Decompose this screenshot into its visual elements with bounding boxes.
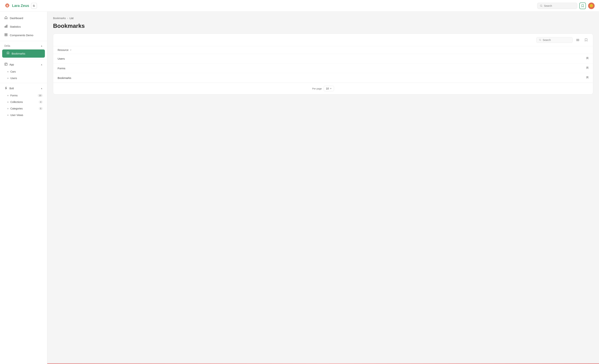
- sub-dot-users: [7, 78, 9, 79]
- svg-rect-14: [5, 63, 7, 65]
- sidebar-item-users[interactable]: Users: [0, 75, 47, 81]
- forms-badge: 10: [38, 94, 43, 97]
- pagination-row: Per page 10: [53, 83, 593, 94]
- app-section-header[interactable]: App ▲: [0, 61, 47, 68]
- home-icon: [4, 16, 8, 20]
- columns-icon: [576, 38, 579, 42]
- sidebar-divider-3: [0, 83, 47, 83]
- svg-rect-9: [7, 25, 7, 27]
- column-resource[interactable]: Resource: [58, 49, 589, 52]
- chevron-down-icon: [330, 88, 332, 89]
- svg-rect-8: [6, 26, 6, 27]
- sidebar-item-components-demo[interactable]: Components Demo: [0, 31, 47, 39]
- svg-rect-16: [6, 63, 7, 64]
- row-label-users: Users: [58, 57, 586, 60]
- sidebar-label-forms: Forms: [10, 94, 18, 97]
- sidebar-label-categories: Categories: [10, 107, 23, 110]
- delia-section-title: Delia: [4, 44, 10, 47]
- card-search-icon: [539, 39, 541, 41]
- user-avatar[interactable]: 🙂: [588, 2, 595, 9]
- delia-section-header[interactable]: Delia ▲: [0, 43, 47, 49]
- chevron-app-icon: ▲: [41, 63, 43, 66]
- sidebar-label-dashboard: Dashboard: [10, 17, 23, 20]
- grid-icon: [4, 33, 8, 37]
- collapse-icon: [33, 5, 35, 7]
- bolt-section-header[interactable]: Bolt ▲: [0, 85, 47, 92]
- per-page-value: 10: [326, 87, 329, 90]
- svg-rect-11: [6, 34, 7, 35]
- sidebar-label-bookmarks: Bookmarks: [12, 52, 25, 55]
- table-row: Users: [53, 54, 593, 63]
- sidebar-label-collections: Collections: [10, 101, 23, 103]
- page-title: Bookmarks: [53, 23, 593, 29]
- sidebar-item-cars[interactable]: Cars: [0, 68, 47, 75]
- svg-rect-15: [5, 63, 6, 64]
- global-search-input[interactable]: [544, 4, 574, 7]
- svg-rect-21: [577, 39, 578, 41]
- sidebar-label-cars: Cars: [10, 70, 16, 73]
- sidebar-item-statistics[interactable]: Statistics: [0, 22, 47, 31]
- sidebar-label-components: Components Demo: [10, 34, 33, 37]
- column-resource-label: Resource: [58, 49, 69, 52]
- sidebar-item-dashboard[interactable]: Dashboard: [0, 14, 47, 22]
- breadcrumb-parent[interactable]: Bookmarks: [53, 17, 66, 20]
- svg-rect-22: [578, 39, 579, 41]
- card-search-box[interactable]: [536, 37, 573, 43]
- sub-dot-categories: [7, 108, 9, 109]
- svg-line-6: [542, 6, 542, 7]
- bookmark-nav-icon: [581, 4, 584, 8]
- sidebar-item-categories[interactable]: Categories 5: [0, 105, 47, 112]
- categories-badge: 5: [39, 107, 43, 110]
- svg-rect-10: [5, 34, 6, 35]
- svg-rect-17: [5, 64, 6, 65]
- row-bookmark-bookmarks[interactable]: [586, 76, 589, 80]
- sidebar-item-bookmarks[interactable]: Bookmarks: [2, 49, 45, 58]
- card-search-input[interactable]: [543, 39, 570, 41]
- svg-rect-12: [5, 35, 6, 36]
- row-bookmark-users[interactable]: [586, 57, 589, 60]
- breadcrumb: Bookmarks › List: [53, 17, 593, 20]
- bookmark-view-button[interactable]: [583, 37, 589, 43]
- logo-text: Lara Zeus: [12, 4, 29, 8]
- table-row: Bookmarks: [53, 73, 593, 83]
- sidebar: Dashboard Statistics Components Demo Del…: [0, 12, 47, 364]
- sidebar-label-users: Users: [10, 77, 17, 80]
- columns-view-button[interactable]: [574, 37, 581, 43]
- notification-button[interactable]: [579, 2, 586, 9]
- table-row: Forms: [53, 63, 593, 73]
- sidebar-item-collections[interactable]: Collections 4: [0, 99, 47, 105]
- sidebar-label-statistics: Statistics: [10, 25, 21, 28]
- sub-dot-collections: [7, 101, 9, 103]
- sidebar-item-user-views[interactable]: User Views: [0, 112, 47, 118]
- per-page-select[interactable]: 10: [324, 86, 334, 91]
- app-layout: Dashboard Statistics Components Demo Del…: [0, 12, 599, 364]
- logo-icon: [4, 3, 10, 9]
- sidebar-item-forms[interactable]: Forms 10: [0, 92, 47, 99]
- chevron-up-icon: ▲: [41, 44, 43, 47]
- bookmarks-card: Resource Users Forms: [53, 34, 593, 94]
- svg-line-19: [540, 40, 541, 41]
- app-section-icon: [4, 62, 8, 67]
- row-label-bookmarks: Bookmarks: [58, 76, 586, 80]
- top-header: Lara Zeus 🙂: [0, 0, 599, 12]
- search-icon: [540, 4, 543, 7]
- global-search-box[interactable]: [537, 3, 577, 9]
- table-header: Resource: [53, 46, 593, 54]
- row-label-forms: Forms: [58, 67, 586, 70]
- app-section-title: App: [9, 63, 14, 66]
- collections-badge: 4: [39, 101, 43, 103]
- bookmarks-icon: [7, 52, 9, 55]
- card-toolbar: [53, 34, 593, 46]
- main-content: Bookmarks › List Bookmarks: [47, 12, 599, 364]
- bolt-section-title: Bolt: [9, 87, 14, 90]
- sidebar-divider-1: [0, 41, 47, 41]
- sub-dot-user-views: [7, 115, 9, 116]
- sub-dot-forms: [7, 95, 9, 96]
- collapse-sidebar-button[interactable]: [31, 3, 37, 9]
- svg-rect-7: [5, 26, 5, 27]
- sub-dot-cars: [7, 71, 9, 72]
- statistics-icon: [4, 25, 8, 29]
- per-page-label: Per page: [312, 87, 322, 90]
- row-bookmark-forms[interactable]: [586, 66, 589, 70]
- logo-area: Lara Zeus: [4, 3, 37, 9]
